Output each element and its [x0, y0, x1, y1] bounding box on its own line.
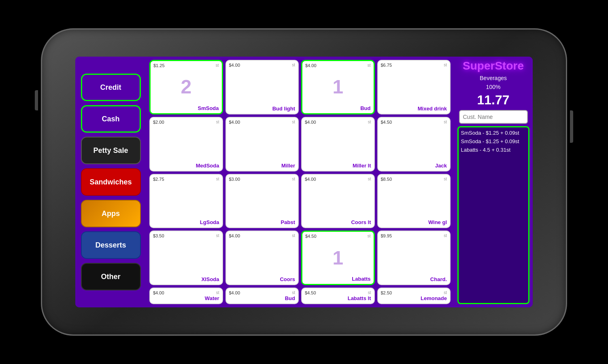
- product-item-6[interactable]: $4.00 st Miller lt: [301, 117, 375, 171]
- item-tag-10: st: [368, 177, 371, 182]
- item-price-9: $3.00: [229, 177, 240, 182]
- product-item-13[interactable]: $4.00 st Coors: [225, 231, 299, 285]
- other-button[interactable]: Other: [81, 263, 141, 290]
- item-qty-14: 1: [332, 248, 343, 268]
- item-name-3: Mixed drink: [381, 106, 447, 112]
- product-item-19[interactable]: $2.50 st Lemonade: [377, 288, 451, 304]
- item-price-18: $4.50: [305, 290, 316, 295]
- item-name-12: XlSoda: [153, 276, 219, 282]
- customer-name-input[interactable]: [459, 110, 528, 124]
- petty-sale-button[interactable]: Petty Sale: [81, 137, 141, 164]
- app-screen: Credit Cash Petty Sale Sandwiches Apps D…: [75, 57, 533, 307]
- item-name-7: Jack: [381, 163, 447, 169]
- item-name-19: Lemonade: [381, 295, 447, 301]
- item-price-1: $4.00: [229, 63, 240, 68]
- product-item-16[interactable]: $4.00 st Water: [149, 288, 223, 304]
- product-item-17[interactable]: $4.00 st Bud: [225, 288, 299, 304]
- item-name-16: Water: [153, 295, 219, 301]
- item-price-7: $4.50: [381, 120, 392, 125]
- brand-percentage: 100%: [486, 84, 501, 90]
- product-item-10[interactable]: $4.00 st Coors lt: [301, 174, 375, 229]
- product-item-1[interactable]: $4.00 st Bud light: [225, 60, 299, 114]
- apps-button[interactable]: Apps: [81, 200, 141, 227]
- item-price-5: $4.00: [229, 120, 240, 125]
- product-grid: $1.25 st 2 SmSoda $4.00 st Bud light $4.…: [146, 57, 454, 307]
- item-tag-6: st: [368, 120, 371, 125]
- item-price-17: $4.00: [229, 290, 240, 295]
- item-name-4: MedSoda: [153, 163, 219, 169]
- item-tag-18: st: [368, 290, 371, 295]
- product-item-5[interactable]: $4.00 st Miller: [225, 117, 299, 171]
- item-price-13: $4.00: [229, 233, 240, 238]
- phone-device: Credit Cash Petty Sale Sandwiches Apps D…: [41, 28, 567, 336]
- credit-button[interactable]: Credit: [81, 74, 141, 101]
- item-price-2: $4.00: [305, 63, 317, 68]
- order-item-1: SmSoda - $1.25 + 0.09st: [461, 138, 526, 145]
- item-price-10: $4.00: [305, 177, 316, 182]
- item-name-10: Coors lt: [305, 219, 371, 225]
- item-name-6: Miller lt: [305, 163, 371, 169]
- item-tag-15: st: [444, 233, 447, 238]
- item-tag-17: st: [292, 290, 295, 295]
- product-item-18[interactable]: $4.50 st Labatts lt: [301, 288, 375, 304]
- product-item-2[interactable]: $4.00 st 1 Bud: [301, 60, 375, 114]
- item-name-8: LgSoda: [153, 219, 219, 225]
- item-qty-0: 2: [181, 77, 191, 97]
- item-name-9: Pabst: [229, 219, 295, 225]
- item-price-4: $2.00: [153, 120, 164, 125]
- order-list: SmSoda - $1.25 + 0.09stSmSoda - $1.25 + …: [457, 126, 529, 304]
- item-name-13: Coors: [229, 276, 295, 282]
- product-item-4[interactable]: $2.00 st MedSoda: [149, 117, 223, 171]
- item-name-2: Bud: [305, 105, 371, 111]
- item-name-5: Miller: [229, 163, 295, 169]
- item-price-12: $3.50: [153, 233, 164, 238]
- item-price-0: $1.25: [153, 63, 165, 68]
- item-price-19: $2.50: [381, 290, 392, 295]
- item-price-6: $4.00: [305, 120, 316, 125]
- item-name-14: Labatts: [305, 276, 371, 282]
- item-tag-14: st: [368, 234, 371, 239]
- item-tag-3: st: [444, 63, 447, 68]
- item-tag-12: st: [216, 233, 219, 238]
- desserts-button[interactable]: Desserts: [81, 231, 141, 259]
- item-name-15: Chard.: [381, 276, 447, 282]
- sandwiches-button[interactable]: Sandwiches: [81, 168, 141, 196]
- item-price-8: $2.75: [153, 177, 164, 182]
- item-tag-8: st: [216, 177, 219, 182]
- product-item-11[interactable]: $8.50 st Wine gl: [377, 174, 451, 229]
- item-name-1: Bud light: [229, 106, 295, 112]
- sidebar: Credit Cash Petty Sale Sandwiches Apps D…: [75, 57, 146, 307]
- item-tag-1: st: [292, 63, 295, 68]
- total-display: 11.77: [477, 93, 509, 108]
- item-name-11: Wine gl: [381, 219, 447, 225]
- cash-button[interactable]: Cash: [81, 105, 141, 133]
- item-tag-13: st: [292, 233, 295, 238]
- item-price-16: $4.00: [153, 290, 164, 295]
- item-name-18: Labatts lt: [305, 295, 371, 301]
- item-tag-5: st: [292, 120, 295, 125]
- item-tag-0: st: [216, 63, 219, 68]
- item-tag-7: st: [444, 120, 447, 125]
- item-tag-4: st: [216, 120, 219, 125]
- brand-name: SuperStore: [463, 60, 524, 72]
- order-item-2: Labatts - 4.5 + 0.31st: [461, 147, 526, 154]
- item-price-11: $8.50: [381, 177, 392, 182]
- product-item-9[interactable]: $3.00 st Pabst: [225, 174, 299, 229]
- item-tag-2: st: [368, 63, 371, 68]
- item-tag-16: st: [216, 290, 219, 295]
- item-price-3: $6.75: [381, 63, 392, 68]
- product-item-0[interactable]: $1.25 st 2 SmSoda: [149, 60, 223, 114]
- right-panel: SuperStore Beverages 100% 11.77 SmSoda -…: [454, 57, 533, 307]
- brand-category: Beverages: [480, 75, 507, 81]
- item-tag-9: st: [292, 177, 295, 182]
- product-item-7[interactable]: $4.50 st Jack: [377, 117, 451, 171]
- item-tag-19: st: [444, 290, 447, 295]
- item-qty-2: 1: [332, 77, 343, 97]
- product-item-15[interactable]: $9.95 st Chard.: [377, 231, 451, 285]
- product-item-3[interactable]: $6.75 st Mixed drink: [377, 60, 451, 114]
- item-name-0: SmSoda: [153, 105, 219, 111]
- product-item-14[interactable]: $4.50 st 1 Labatts: [301, 231, 375, 285]
- product-item-8[interactable]: $2.75 st LgSoda: [149, 174, 223, 229]
- item-name-17: Bud: [229, 295, 295, 301]
- product-item-12[interactable]: $3.50 st XlSoda: [149, 231, 223, 285]
